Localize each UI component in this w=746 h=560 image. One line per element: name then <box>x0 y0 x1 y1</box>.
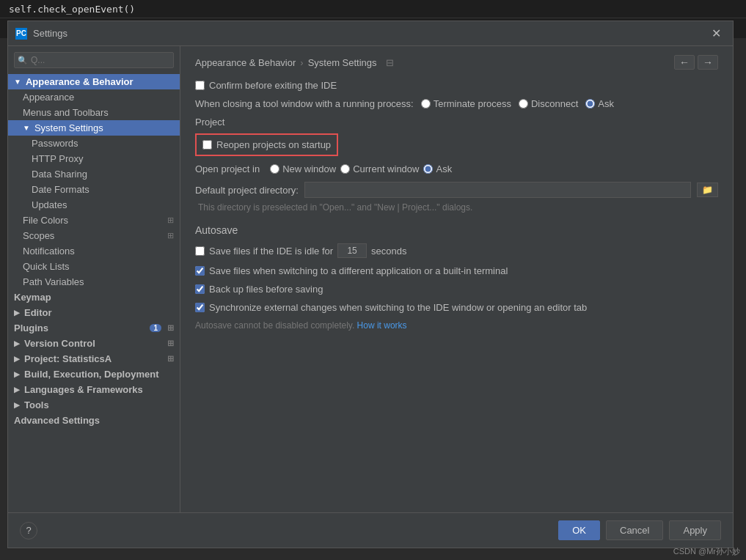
nav-back-button[interactable]: ← <box>674 55 695 70</box>
sidebar-item-scopes[interactable]: Scopes ⊞ <box>8 228 180 243</box>
idle-seconds-input[interactable] <box>337 243 367 258</box>
close-button[interactable]: ✕ <box>707 25 725 42</box>
how-it-works-link[interactable]: How it works <box>357 320 407 331</box>
search-input[interactable] <box>14 52 174 68</box>
breadcrumb-icon: ⊟ <box>386 57 394 68</box>
breadcrumb-current: System Settings <box>308 57 377 68</box>
save-idle-label[interactable]: Save files if the IDE is idle for <box>209 246 333 257</box>
reopen-checkbox[interactable] <box>202 140 212 150</box>
search-box[interactable]: 🔍 <box>14 52 174 68</box>
search-icon: 🔍 <box>18 56 28 65</box>
autosave-section: Autosave Save files if the IDE is idle f… <box>195 224 718 331</box>
sidebar-item-advanced-settings[interactable]: Advanced Settings <box>8 413 180 428</box>
sidebar-item-appearance[interactable]: Appearance <box>8 89 180 105</box>
sidebar-item-quick-lists[interactable]: Quick Lists <box>8 259 180 274</box>
sidebar-label: Languages & Frameworks <box>24 384 143 395</box>
sidebar-item-tools[interactable]: ▶ Tools <box>8 397 180 413</box>
sidebar-item-updates[interactable]: Updates <box>8 197 180 213</box>
confirm-exit-label[interactable]: Confirm before exiting the IDE <box>209 80 337 91</box>
arrow-icon: ▶ <box>14 339 20 347</box>
sidebar-item-path-variables[interactable]: Path Variables <box>8 274 180 290</box>
nav-forward-button[interactable]: → <box>698 55 718 70</box>
apply-button[interactable]: Apply <box>669 520 721 540</box>
ask-tool-radio[interactable] <box>585 99 595 108</box>
sidebar-item-file-colors[interactable]: File Colors ⊞ <box>8 213 180 228</box>
cancel-button[interactable]: Cancel <box>606 520 663 540</box>
code-top: self.check_openEvent() <box>0 0 746 18</box>
new-window-radio[interactable] <box>270 164 279 174</box>
sidebar-item-menus-toolbars[interactable]: Menus and Toolbars <box>8 105 180 120</box>
sidebar-label: Data Sharing <box>32 169 87 180</box>
sidebar-item-keymap[interactable]: Keymap <box>8 290 180 305</box>
browse-button[interactable]: 📁 <box>697 183 718 197</box>
edit-icon: ⊞ <box>167 231 174 240</box>
dialog-footer: ? OK Cancel Apply <box>8 512 733 548</box>
ask-open-radio[interactable] <box>423 164 433 174</box>
project-section: Project Reopen projects on startup Open … <box>195 117 718 213</box>
sidebar-label: HTTP Proxy <box>32 153 84 164</box>
dir-hint: This directory is preselected in "Open..… <box>195 202 718 213</box>
sidebar-item-appearance-behavior[interactable]: ▼ Appearance & Behavior <box>8 74 180 89</box>
dialog-title: Settings <box>33 28 707 39</box>
disconnect-radio[interactable] <box>519 99 528 108</box>
sidebar-item-passwords[interactable]: Passwords <box>8 136 180 151</box>
sidebar-label: Advanced Settings <box>14 415 100 426</box>
default-dir-input[interactable] <box>304 182 691 198</box>
open-project-row: Open project in New window Current windo… <box>195 163 718 174</box>
save-switching-checkbox[interactable] <box>195 266 205 276</box>
terminate-radio[interactable] <box>421 99 431 108</box>
sidebar-label: Appearance <box>23 92 74 103</box>
breadcrumb-parent: Appearance & Behavior <box>195 57 296 68</box>
code-top-text: self.check_openEvent() <box>9 4 135 15</box>
backup-label[interactable]: Back up files before saving <box>209 284 323 295</box>
sync-row: Synchronize external changes when switch… <box>195 302 718 313</box>
tool-window-row: When closing a tool window with a runnin… <box>195 98 718 109</box>
sidebar-item-system-settings[interactable]: ▼ System Settings <box>8 120 180 136</box>
open-project-label: Open project in <box>195 163 260 174</box>
help-button[interactable]: ? <box>20 522 37 539</box>
arrow-icon: ▶ <box>14 401 20 409</box>
terminate-option[interactable]: Terminate process <box>421 98 511 109</box>
reopen-label[interactable]: Reopen projects on startup <box>216 139 331 150</box>
sidebar-label: Keymap <box>14 292 51 303</box>
arrow-icon: ▼ <box>14 78 21 86</box>
sidebar-item-editor[interactable]: ▶ Editor <box>8 305 180 320</box>
backup-checkbox[interactable] <box>195 284 205 294</box>
sidebar-item-version-control[interactable]: ▶ Version Control ⊞ <box>8 336 180 351</box>
sidebar-item-project-statistics[interactable]: ▶ Project: StatisticsA ⊞ <box>8 351 180 366</box>
sidebar-item-build-execution[interactable]: ▶ Build, Execution, Deployment <box>8 366 180 382</box>
app-icon: PC <box>15 28 27 40</box>
dialog-body: 🔍 ▼ Appearance & Behavior Appearance Men… <box>8 46 733 512</box>
sidebar-item-plugins[interactable]: Plugins 1 ⊞ <box>8 320 180 336</box>
save-switching-label[interactable]: Save files when switching to a different… <box>209 265 508 276</box>
autosave-title: Autosave <box>195 224 718 236</box>
sync-label[interactable]: Synchronize external changes when switch… <box>209 302 587 313</box>
sidebar-item-http-proxy[interactable]: HTTP Proxy <box>8 151 180 166</box>
disconnect-option[interactable]: Disconnect <box>519 98 578 109</box>
sidebar-item-date-formats[interactable]: Date Formats <box>8 182 180 197</box>
autosave-note-text: Autosave cannot be disabled completely. <box>195 320 354 331</box>
new-window-option[interactable]: New window <box>270 163 336 174</box>
sidebar-item-notifications[interactable]: Notifications <box>8 243 180 259</box>
ok-button[interactable]: OK <box>558 520 600 540</box>
main-content: Appearance & Behavior › System Settings … <box>180 46 733 512</box>
confirm-exit-row: Confirm before exiting the IDE <box>195 80 718 91</box>
current-window-option[interactable]: Current window <box>340 163 419 174</box>
ask-open-option[interactable]: Ask <box>423 163 452 174</box>
save-switching-row: Save files when switching to a different… <box>195 265 718 276</box>
arrow-icon: ▶ <box>14 386 20 394</box>
sidebar-label: File Colors <box>23 215 68 226</box>
current-window-radio[interactable] <box>340 164 350 174</box>
sidebar: 🔍 ▼ Appearance & Behavior Appearance Men… <box>8 46 180 512</box>
sidebar-label: Tools <box>24 399 49 410</box>
sidebar-item-data-sharing[interactable]: Data Sharing <box>8 166 180 182</box>
sync-checkbox[interactable] <box>195 303 205 312</box>
sidebar-item-languages-frameworks[interactable]: ▶ Languages & Frameworks <box>8 382 180 397</box>
sidebar-label: Path Variables <box>23 276 84 287</box>
sidebar-label: Menus and Toolbars <box>23 107 109 118</box>
sidebar-label: Passwords <box>32 138 78 149</box>
ask-tool-option[interactable]: Ask <box>585 98 614 109</box>
confirm-exit-checkbox[interactable] <box>195 81 205 90</box>
edit-icon: ⊞ <box>167 323 174 333</box>
save-idle-checkbox[interactable] <box>195 246 205 256</box>
